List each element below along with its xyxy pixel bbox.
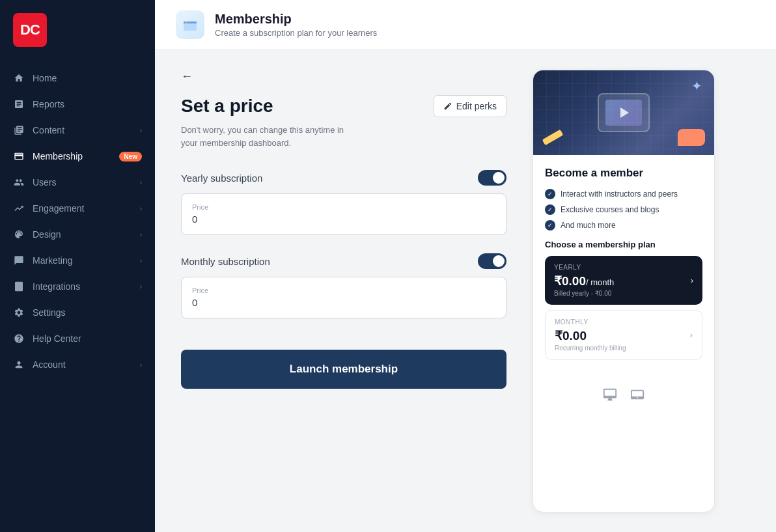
- perk-text-1: Interact with instructors and peers: [561, 189, 678, 199]
- monthly-price-input[interactable]: [192, 297, 495, 308]
- content-chevron: ›: [140, 127, 142, 134]
- svg-point-3: [187, 22, 189, 23]
- sidebar-label-settings: Settings: [33, 307, 142, 318]
- sidebar-item-settings[interactable]: Settings: [0, 300, 155, 326]
- perk-item-1: ✓ Interact with instructors and peers: [545, 189, 702, 199]
- main-nav: Home Reports Content › Membership New: [0, 60, 155, 532]
- monthly-header: Monthly subscription: [181, 253, 506, 269]
- form-title: Set a price: [181, 96, 273, 117]
- content-icon: [13, 124, 25, 136]
- preview-banner: ✦: [533, 70, 714, 155]
- perk-check-3: ✓: [545, 220, 555, 231]
- perk-item-3: ✓ And much more: [545, 220, 702, 231]
- yearly-header: Yearly subscription: [181, 170, 506, 186]
- preview-footer: [533, 377, 714, 410]
- sidebar-item-integrations[interactable]: Integrations ›: [0, 273, 155, 300]
- sidebar-label-engagement: Engagement: [33, 203, 132, 214]
- yearly-plan-chevron: ›: [691, 275, 693, 285]
- marketing-chevron: ›: [140, 257, 142, 264]
- yearly-type-label: YEARLY: [554, 264, 614, 271]
- sidebar-label-users: Users: [33, 177, 132, 188]
- yearly-plan-card[interactable]: YEARLY ₹0.00/ month Billed yearly - ₹0.0…: [545, 256, 702, 305]
- monthly-price-display: ₹0.00: [555, 328, 626, 343]
- sidebar-item-reports[interactable]: Reports: [0, 91, 155, 117]
- sidebar-item-engagement[interactable]: Engagement ›: [0, 195, 155, 221]
- monthly-subscription-row: Monthly subscription Price: [181, 253, 506, 318]
- monthly-plan-chevron: ›: [690, 330, 693, 340]
- sparkle-icon: ✦: [691, 78, 702, 94]
- sidebar-label-design: Design: [33, 229, 132, 240]
- preview-title: Become a member: [545, 167, 702, 180]
- sidebar-label-home: Home: [33, 73, 142, 83]
- sidebar-label-integrations: Integrations: [33, 281, 132, 292]
- sidebar-label-help: Help Center: [33, 333, 142, 344]
- sidebar-label-membership: Membership: [33, 151, 111, 161]
- preview-body: Become a member ✓ Interact with instruct…: [533, 155, 714, 377]
- design-icon: [13, 229, 25, 240]
- sidebar-item-design[interactable]: Design ›: [0, 221, 155, 247]
- sidebar-label-reports: Reports: [33, 99, 142, 109]
- sidebar-item-account[interactable]: Account ›: [0, 352, 155, 378]
- sidebar: DC Home Reports Content › Me: [0, 0, 155, 532]
- yearly-price-display: ₹0.00/ month: [554, 273, 614, 288]
- sidebar-label-account: Account: [33, 359, 132, 370]
- account-icon: [13, 359, 25, 371]
- monthly-price-field: Price: [181, 277, 506, 318]
- monthly-toggle[interactable]: [478, 253, 506, 269]
- form-header: Set a price Edit perks: [181, 95, 506, 117]
- form-hint: Don't worry, you can change this anytime…: [181, 124, 506, 149]
- edit-perks-button[interactable]: Edit perks: [434, 95, 506, 117]
- desktop-icon[interactable]: [603, 387, 617, 405]
- page-title: Membership: [215, 12, 377, 27]
- main-area: Membership Create a subscription plan fo…: [155, 0, 776, 532]
- sidebar-item-membership[interactable]: Membership New: [0, 143, 155, 169]
- users-icon: [13, 176, 25, 188]
- marketing-icon: [13, 255, 25, 266]
- perk-check-1: ✓: [545, 189, 555, 199]
- page-subtitle: Create a subscription plan for your lear…: [215, 28, 377, 38]
- yearly-plan-info: YEARLY ₹0.00/ month Billed yearly - ₹0.0…: [554, 264, 614, 297]
- tablet-icon[interactable]: [630, 387, 644, 405]
- sidebar-item-help[interactable]: Help Center: [0, 326, 155, 352]
- monthly-billed: Recurring monthly billing: [555, 344, 626, 352]
- logo-area[interactable]: DC: [0, 0, 155, 60]
- yearly-label: Yearly subscription: [181, 173, 262, 184]
- reports-icon: [13, 98, 25, 110]
- perk-check-2: ✓: [545, 204, 555, 215]
- yearly-billed: Billed yearly - ₹0.00: [554, 290, 614, 297]
- home-icon: [13, 72, 25, 84]
- sidebar-item-marketing[interactable]: Marketing ›: [0, 247, 155, 273]
- monthly-price-label: Price: [192, 287, 495, 294]
- header-text: Membership Create a subscription plan fo…: [215, 12, 377, 38]
- sidebar-item-content[interactable]: Content ›: [0, 117, 155, 143]
- sidebar-item-home[interactable]: Home: [0, 65, 155, 91]
- engagement-chevron: ›: [140, 205, 142, 212]
- header-icon: [176, 10, 204, 39]
- svg-point-4: [189, 22, 191, 23]
- choose-plan-label: Choose a membership plan: [545, 240, 702, 249]
- monthly-plan-card[interactable]: MONTHLY ₹0.00 Recurring monthly billing …: [545, 310, 702, 360]
- monthly-label: Monthly subscription: [181, 256, 270, 267]
- integrations-icon: [13, 281, 25, 292]
- users-chevron: ›: [140, 179, 142, 186]
- yearly-price-input[interactable]: [192, 214, 495, 225]
- membership-icon: [13, 150, 25, 162]
- sidebar-label-marketing: Marketing: [33, 255, 132, 266]
- membership-badge: New: [119, 152, 142, 161]
- sidebar-label-content: Content: [33, 125, 132, 135]
- logo: DC: [13, 13, 47, 47]
- monthly-type-label: MONTHLY: [555, 318, 626, 326]
- content-area: ← Set a price Edit perks Don't worry, yo…: [155, 50, 776, 532]
- yearly-price-label: Price: [192, 203, 495, 211]
- edit-perks-label: Edit perks: [456, 101, 497, 111]
- sidebar-item-users[interactable]: Users ›: [0, 169, 155, 195]
- engagement-icon: [13, 203, 25, 214]
- design-chevron: ›: [140, 231, 142, 238]
- form-panel: ← Set a price Edit perks Don't worry, yo…: [181, 70, 506, 512]
- yearly-toggle[interactable]: [478, 170, 506, 186]
- account-chevron: ›: [140, 361, 142, 369]
- back-button[interactable]: ←: [181, 70, 193, 83]
- launch-button[interactable]: Launch membership: [181, 350, 506, 389]
- perk-item-2: ✓ Exclusive courses and blogs: [545, 204, 702, 215]
- page-header: Membership Create a subscription plan fo…: [155, 0, 776, 50]
